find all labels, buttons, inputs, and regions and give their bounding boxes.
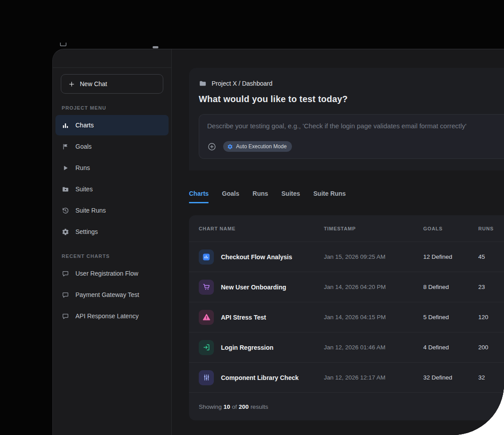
table-row[interactable]: Login Regression Jan 12, 2026 01:46 AM 4… xyxy=(189,332,504,363)
chart-runs: 45 xyxy=(478,253,504,260)
table-row[interactable]: API Stress Test Jan 14, 2026 04:15 PM 5 … xyxy=(189,302,504,332)
project-menu: Charts Goals Runs xyxy=(61,115,163,242)
history-clock-icon xyxy=(62,207,69,214)
chart-name: Login Regression xyxy=(221,344,273,351)
login-arrow-icon xyxy=(199,340,214,355)
sidebar-item-settings[interactable]: Settings xyxy=(55,221,169,242)
composer-card: Project X / Dashboard What would you lik… xyxy=(189,68,504,170)
tab-goals[interactable]: Goals xyxy=(222,190,239,203)
chart-goals: 8 Defined xyxy=(423,284,478,290)
chart-goals: 12 Defined xyxy=(423,253,478,260)
sidebar-item-goals[interactable]: Goals xyxy=(55,136,169,157)
plus-circle-icon xyxy=(207,142,217,151)
plus-icon xyxy=(68,81,75,87)
column-runs: RUNS xyxy=(478,226,504,231)
bar-chart-icon xyxy=(62,122,69,129)
play-icon xyxy=(62,164,69,172)
breadcrumb: Project X / Dashboard xyxy=(199,79,504,87)
auto-execution-mode-label: Auto Execution Mode xyxy=(236,143,287,150)
sidebar-divider xyxy=(53,67,171,68)
sidebar-item-label: Charts xyxy=(75,122,94,129)
sidebar-item-label: Suite Runs xyxy=(75,207,106,214)
recent-charts-heading: RECENT CHARTS xyxy=(62,253,163,259)
chart-timestamp: Jan 12, 2026 01:46 AM xyxy=(324,344,423,351)
recent-chart-payment-gateway-test[interactable]: Payment Gateway Test xyxy=(55,285,169,305)
column-chart-name: CHART NAME xyxy=(199,226,324,231)
chart-goals: 32 Defined xyxy=(423,374,478,381)
sidebar-item-label: Goals xyxy=(75,143,92,150)
recent-chart-user-registration-flow[interactable]: User Registration Flow xyxy=(55,263,169,284)
app-stage: New Chat PROJECT MENU Charts Goals xyxy=(0,0,504,435)
results-summary-middle: of xyxy=(232,403,237,410)
charts-table: CHART NAME TIMESTAMP GOALS RUNS Checko xyxy=(189,215,504,420)
sidebar-item-suites[interactable]: Suites xyxy=(55,179,169,199)
new-chat-label: New Chat xyxy=(80,80,107,87)
gear-icon xyxy=(227,144,233,150)
chart-name: API Stress Test xyxy=(221,314,266,321)
sidebar: New Chat PROJECT MENU Charts Goals xyxy=(53,49,172,435)
project-selector-fragment xyxy=(58,43,169,49)
chart-name: Checkout Flow Analysis xyxy=(221,253,292,261)
menu-handle-icon xyxy=(153,46,158,48)
results-summary-prefix: Showing xyxy=(199,403,222,410)
chart-window-icon xyxy=(199,249,214,265)
results-summary: Showing10of200results xyxy=(189,393,504,420)
app-window: New Chat PROJECT MENU Charts Goals xyxy=(52,49,504,435)
sidebar-item-label: Runs xyxy=(75,164,90,171)
chart-runs: 120 xyxy=(478,314,504,320)
tab-suites[interactable]: Suites xyxy=(281,190,300,203)
page-title: What would you like to test today? xyxy=(199,94,504,104)
chart-runs: 32 xyxy=(478,374,504,381)
tabs: Charts Goals Runs Suites Suite Runs xyxy=(189,190,504,203)
chart-goals: 4 Defined xyxy=(423,344,478,351)
chart-timestamp: Jan 14, 2026 04:20 PM xyxy=(324,284,423,290)
chart-name: Component Library Check xyxy=(221,374,299,381)
table-row[interactable]: Component Library Check Jan 12, 2026 12:… xyxy=(189,363,504,393)
chat-bubble-icon xyxy=(62,291,69,299)
folder-icon xyxy=(59,43,67,47)
sidebar-item-label: Suites xyxy=(75,186,93,193)
folder-icon xyxy=(199,79,207,87)
sidebar-item-charts[interactable]: Charts xyxy=(55,115,169,135)
recent-charts-list: User Registration Flow Payment Gateway T… xyxy=(61,263,163,326)
chart-timestamp: Jan 15, 2026 09:25 AM xyxy=(324,253,423,260)
recent-chart-label: API Response Latency xyxy=(75,312,138,320)
tab-charts[interactable]: Charts xyxy=(189,190,209,203)
breadcrumb-text: Project X / Dashboard xyxy=(212,80,272,87)
chart-goals: 5 Defined xyxy=(423,314,478,320)
main-area: Project X / Dashboard What would you lik… xyxy=(172,49,504,435)
recent-chart-label: Payment Gateway Test xyxy=(75,291,139,298)
composer-controls: Auto Execution Mode xyxy=(207,141,504,152)
chat-bubble-icon xyxy=(62,312,69,320)
goal-composer[interactable]: Describe your testing goal, e.g., 'Check… xyxy=(199,114,504,159)
warning-triangle-icon xyxy=(199,310,214,325)
sidebar-item-suite-runs[interactable]: Suite Runs xyxy=(55,200,169,221)
table-row[interactable]: New User Onboarding Jan 14, 2026 04:20 P… xyxy=(189,272,504,302)
column-timestamp: TIMESTAMP xyxy=(324,226,423,231)
goal-input[interactable]: Describe your testing goal, e.g., 'Check… xyxy=(207,122,504,130)
sliders-icon xyxy=(199,370,214,385)
recent-chart-api-response-latency[interactable]: API Response Latency xyxy=(55,306,169,326)
flag-icon xyxy=(62,143,69,150)
chart-runs: 200 xyxy=(478,344,504,351)
chart-runs: 23 xyxy=(478,284,504,290)
recent-chart-label: User Registration Flow xyxy=(75,270,138,277)
results-shown-count: 10 xyxy=(224,403,230,410)
tab-runs[interactable]: Runs xyxy=(252,190,268,203)
attach-button[interactable] xyxy=(207,142,217,151)
chart-name: New User Onboarding xyxy=(221,284,286,291)
new-chat-button[interactable]: New Chat xyxy=(61,74,163,94)
gear-icon xyxy=(62,228,69,236)
chart-timestamp: Jan 14, 2026 04:15 PM xyxy=(324,314,423,320)
project-menu-heading: PROJECT MENU xyxy=(62,105,163,111)
auto-execution-mode-badge[interactable]: Auto Execution Mode xyxy=(223,141,292,152)
results-summary-suffix: results xyxy=(251,403,268,410)
folder-icon xyxy=(62,186,69,193)
column-goals: GOALS xyxy=(423,226,478,231)
sidebar-item-label: Settings xyxy=(75,228,98,235)
chart-timestamp: Jan 12, 2026 12:17 AM xyxy=(324,374,423,381)
tab-suite-runs[interactable]: Suite Runs xyxy=(313,190,346,203)
sidebar-item-runs[interactable]: Runs xyxy=(55,158,169,178)
table-row[interactable]: Checkout Flow Analysis Jan 15, 2026 09:2… xyxy=(189,242,504,272)
chat-bubble-icon xyxy=(62,270,69,277)
